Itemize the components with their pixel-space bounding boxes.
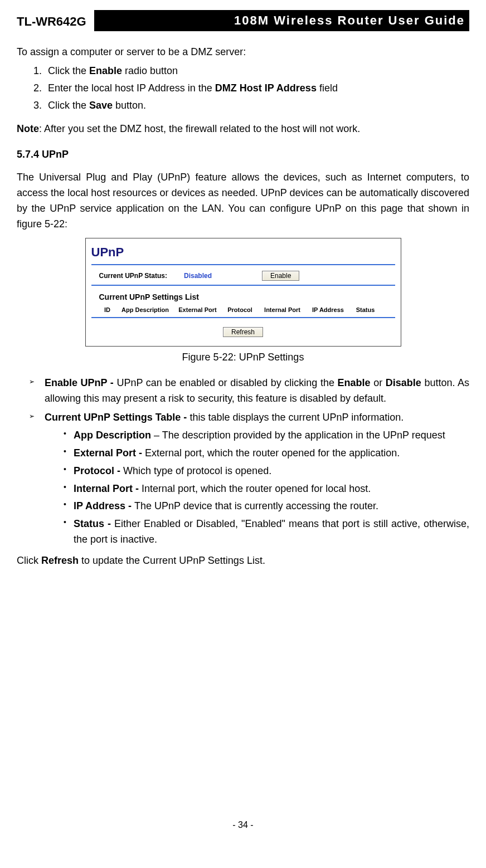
col-ext: External Port bbox=[174, 305, 222, 315]
sub-external-port: External Port - External port, which the… bbox=[64, 446, 469, 461]
dmz-intro: To assign a computer or server to be a D… bbox=[17, 45, 469, 60]
figure-caption: Figure 5-22: UPnP Settings bbox=[17, 350, 469, 365]
col-proto: Protocol bbox=[222, 305, 259, 315]
col-id: ID bbox=[95, 305, 117, 315]
fig-status-value: Disabled bbox=[184, 271, 212, 281]
dmz-note: Note: After you set the DMZ host, the fi… bbox=[17, 121, 469, 137]
fig-divider bbox=[91, 317, 395, 318]
section-heading: 5.7.4 UPnP bbox=[17, 147, 469, 163]
refresh-button[interactable]: Refresh bbox=[223, 327, 263, 337]
step-3: Click the Save button. bbox=[45, 98, 469, 114]
page-header: TL-WR642G 108M Wireless Router User Guid… bbox=[17, 10, 469, 31]
col-app: App Description bbox=[117, 305, 174, 315]
bullet-enable-upnp: Enable UPnP - UPnP can be enabled or dis… bbox=[32, 376, 469, 407]
bullet-settings-table: Current UPnP Settings Table - this table… bbox=[32, 410, 469, 548]
col-int: Internal Port bbox=[259, 305, 307, 315]
fig-list-heading: Current UPnP Settings List bbox=[91, 291, 395, 304]
fig-divider bbox=[91, 285, 395, 286]
sub-internal-port: Internal Port - Internal port, which the… bbox=[64, 481, 469, 497]
sub-feature-list: App Description – The description provid… bbox=[45, 428, 469, 548]
feature-list: Enable UPnP - UPnP can be enabled or dis… bbox=[17, 376, 469, 548]
figure-container: UPnP Current UPnP Status: Disabled Enabl… bbox=[17, 238, 469, 365]
closing-line: Click Refresh to update the Current UPnP… bbox=[17, 553, 469, 569]
sub-protocol: Protocol - Which type of protocol is ope… bbox=[64, 464, 469, 479]
col-ip: IP Address bbox=[307, 305, 350, 315]
guide-title: 108M Wireless Router User Guide bbox=[94, 10, 469, 31]
sub-app-description: App Description – The description provid… bbox=[64, 428, 469, 443]
enable-button[interactable]: Enable bbox=[262, 271, 299, 281]
sub-status: Status - Either Enabled or Disabled, "En… bbox=[64, 516, 469, 548]
upnp-screenshot: UPnP Current UPnP Status: Disabled Enabl… bbox=[85, 238, 401, 347]
sub-ip-address: IP Address - The UPnP device that is cur… bbox=[64, 499, 469, 514]
col-status: Status bbox=[350, 305, 381, 315]
page-number: - 34 - bbox=[0, 818, 486, 832]
fig-table-header: ID App Description External Port Protoco… bbox=[91, 305, 395, 315]
fig-divider bbox=[91, 264, 395, 265]
dmz-steps: Click the Enable radio button Enter the … bbox=[17, 64, 469, 114]
fig-title: UPnP bbox=[91, 243, 395, 262]
model-code: TL-WR642G bbox=[17, 12, 86, 31]
fig-status-label: Current UPnP Status: bbox=[99, 271, 167, 281]
upnp-paragraph: The Universal Plug and Play (UPnP) featu… bbox=[17, 170, 469, 232]
step-2: Enter the local host IP Address in the D… bbox=[45, 81, 469, 96]
step-1: Click the Enable radio button bbox=[45, 64, 469, 79]
fig-status-row: Current UPnP Status: Disabled Enable bbox=[91, 271, 395, 281]
